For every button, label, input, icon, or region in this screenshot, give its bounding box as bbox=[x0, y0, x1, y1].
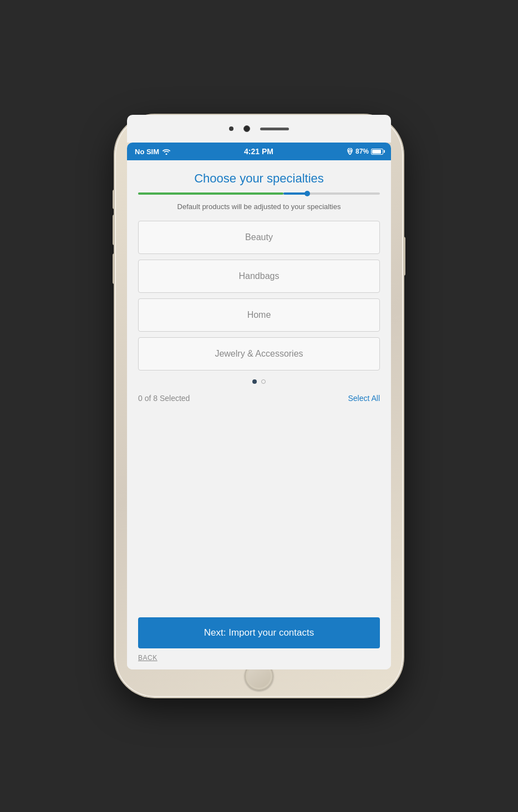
progress-bar bbox=[138, 192, 380, 195]
progress-fill-green bbox=[138, 192, 283, 195]
selection-count: 0 of 8 Selected bbox=[138, 394, 190, 403]
mute-button[interactable] bbox=[113, 190, 115, 209]
back-button[interactable]: BACK bbox=[138, 654, 158, 662]
selection-row: 0 of 8 Selected Select All bbox=[138, 392, 380, 408]
dot-2 bbox=[261, 379, 266, 384]
phone-top-bar bbox=[127, 115, 391, 143]
power-button[interactable] bbox=[403, 237, 405, 276]
next-button[interactable]: Next: Import your contacts bbox=[138, 617, 380, 648]
status-time: 4:21 PM bbox=[244, 147, 273, 156]
progress-fill-blue bbox=[283, 192, 308, 195]
location-icon bbox=[347, 148, 353, 155]
sensor-dot bbox=[229, 126, 233, 131]
volume-up-button[interactable] bbox=[113, 215, 115, 245]
status-bar: No SIM 4:21 PM 87% bbox=[127, 143, 391, 160]
screen-content: Choose your specialties Default products… bbox=[127, 160, 391, 669]
progress-indicator bbox=[304, 191, 310, 196]
specialty-item-home[interactable]: Home bbox=[138, 298, 380, 332]
page-title: Choose your specialties bbox=[138, 171, 380, 186]
wifi-icon bbox=[162, 148, 171, 155]
dot-1 bbox=[252, 379, 257, 384]
phone-screen: No SIM 4:21 PM 87% bbox=[127, 143, 391, 669]
volume-down-button[interactable] bbox=[113, 253, 115, 284]
specialty-item-beauty[interactable]: Beauty bbox=[138, 221, 380, 254]
select-all-button[interactable]: Select All bbox=[348, 394, 380, 403]
subtitle: Default products will be adjusted to you… bbox=[138, 202, 380, 211]
status-right: 87% bbox=[347, 148, 383, 155]
phone-frame: No SIM 4:21 PM 87% bbox=[115, 115, 403, 697]
specialty-item-jewelry[interactable]: Jewelry & Accessories bbox=[138, 337, 380, 371]
bottom-area: Next: Import your contacts BACK bbox=[127, 617, 391, 669]
svg-point-0 bbox=[349, 150, 351, 152]
specialty-list: Beauty Handbags Home Jewelry & Accessori… bbox=[138, 221, 380, 371]
front-camera bbox=[243, 125, 250, 132]
speaker-bar bbox=[260, 128, 289, 130]
pagination-dots bbox=[138, 379, 380, 384]
carrier-label: No SIM bbox=[135, 148, 159, 156]
battery-percent-label: 87% bbox=[356, 148, 369, 155]
status-left: No SIM bbox=[135, 148, 171, 156]
battery-icon bbox=[371, 149, 383, 155]
specialty-item-handbags[interactable]: Handbags bbox=[138, 260, 380, 293]
